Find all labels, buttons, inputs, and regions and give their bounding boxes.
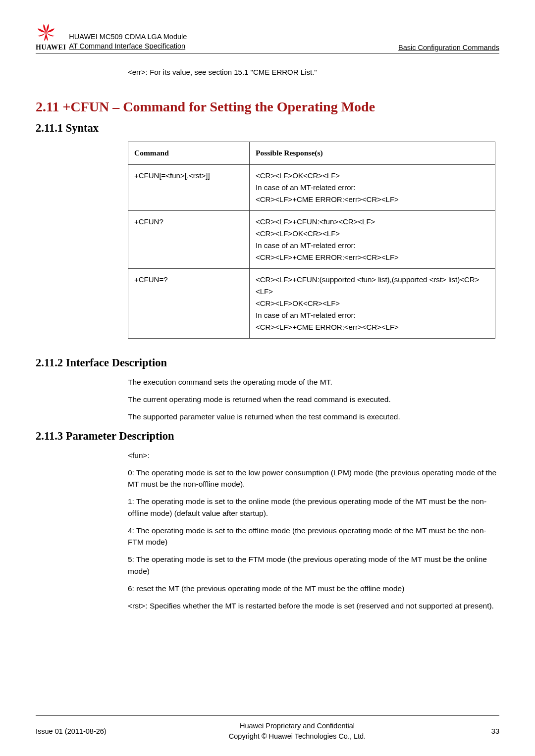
table-row: +CFUN=? <CR><LF>+CFUN:(supported <fun> l… (128, 268, 495, 338)
interface-description-heading: 2.11.2 Interface Description (36, 356, 499, 369)
footer-copyright: Copyright © Huawei Technologies Co., Ltd… (135, 731, 460, 741)
interface-p3: The supported parameter value is returne… (128, 411, 499, 422)
param-6: 6: reset the MT (the previous operating … (128, 583, 499, 594)
param-0: 0: The operating mode is set to the low … (128, 467, 499, 490)
doc-title-line1: HUAWEI MC509 CDMA LGA Module (69, 32, 187, 42)
table-header-responses: Possible Response(s) (250, 142, 495, 165)
footer-center: Huawei Proprietary and Confidential Copy… (135, 721, 460, 741)
cell-command: +CFUN? (128, 210, 250, 268)
table-row: +CFUN? <CR><LF>+CFUN:<fun><CR><LF> <CR><… (128, 210, 495, 268)
doc-title-line2: AT Command Interface Specification (69, 42, 187, 51)
table-header-row: Command Possible Response(s) (128, 142, 495, 165)
cell-response: <CR><LF>OK<CR><LF> In case of an MT-rela… (250, 164, 495, 210)
doc-title: HUAWEI MC509 CDMA LGA Module AT Command … (69, 32, 187, 51)
cell-response: <CR><LF>+CFUN:<fun><CR><LF> <CR><LF>OK<C… (250, 210, 495, 268)
interface-p2: The current operating mode is returned w… (128, 394, 499, 405)
footer-page-number: 33 (460, 727, 499, 735)
footer-confidential: Huawei Proprietary and Confidential (135, 721, 460, 731)
section-heading: 2.11 +CFUN – Command for Setting the Ope… (36, 99, 499, 115)
cell-response: <CR><LF>+CFUN:(supported <fun> list),(su… (250, 268, 495, 338)
logo-block: HUAWEI HUAWEI MC509 CDMA LGA Module AT C… (36, 24, 187, 51)
page-header: HUAWEI HUAWEI MC509 CDMA LGA Module AT C… (36, 24, 499, 54)
param-5: 5: The operating mode is set to the FTM … (128, 554, 499, 577)
cell-command: +CFUN[=<fun>[,<rst>]] (128, 164, 250, 210)
table-header-command: Command (128, 142, 250, 165)
footer-issue: Issue 01 (2011-08-26) (36, 727, 135, 735)
header-section-label: Basic Configuration Commands (398, 44, 499, 51)
param-fun-label: <fun>: (128, 450, 499, 461)
param-1: 1: The operating mode is set to the onli… (128, 496, 499, 519)
huawei-flower-icon: HUAWEI (36, 24, 66, 51)
syntax-table: Command Possible Response(s) +CFUN[=<fun… (128, 142, 495, 339)
intro-err-note: <err>: For its value, see section 15.1 "… (128, 68, 499, 76)
logo-text: HUAWEI (36, 44, 66, 51)
param-rst: <rst>: Specifies whether the MT is resta… (128, 600, 499, 611)
interface-p1: The execution command sets the operating… (128, 376, 499, 388)
parameter-description-heading: 2.11.3 Parameter Description (36, 430, 499, 443)
table-row: +CFUN[=<fun>[,<rst>]] <CR><LF>OK<CR><LF>… (128, 164, 495, 210)
syntax-heading: 2.11.1 Syntax (36, 122, 499, 135)
cell-command: +CFUN=? (128, 268, 250, 338)
page-footer: Issue 01 (2011-08-26) Huawei Proprietary… (36, 715, 499, 741)
param-4: 4: The operating mode is set to the offl… (128, 525, 499, 548)
